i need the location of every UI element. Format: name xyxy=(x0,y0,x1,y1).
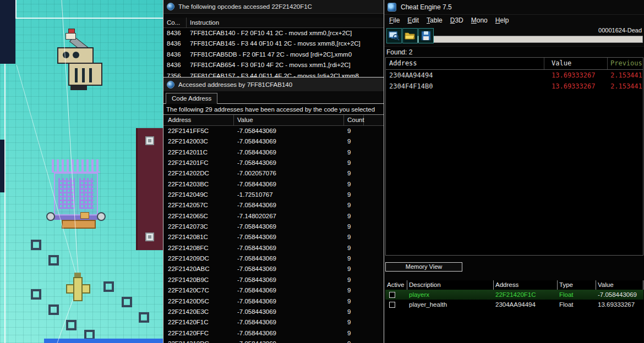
value-cell: -7.058443069 xyxy=(596,291,643,298)
value-cell: -7.058443069 xyxy=(234,243,344,253)
menu-item-table[interactable]: Table xyxy=(423,15,446,25)
menu-bar: FileEditTableD3DMonoHelp xyxy=(384,15,644,26)
save-table-button[interactable] xyxy=(418,28,434,43)
count-cell: 9 xyxy=(344,285,364,296)
open-table-button[interactable] xyxy=(402,28,418,43)
pilot-character xyxy=(66,33,76,40)
machine-slot xyxy=(82,68,85,82)
addresses-col-count[interactable]: Count xyxy=(344,115,364,125)
game-viewport[interactable] xyxy=(0,0,165,343)
table-col-active[interactable]: Active xyxy=(385,280,407,290)
scan-previous-cell: 2.1534411 xyxy=(608,81,643,92)
opcode-row[interactable]: 84367FF81CFAB654 - F3 0F10 4F 2C - movss… xyxy=(163,60,384,70)
menu-item-file[interactable]: File xyxy=(385,15,403,25)
deco-square xyxy=(48,255,59,265)
cheat-table-row[interactable]: playerx22F21420F1CFloat-7.058443069 xyxy=(385,290,643,300)
address-row[interactable]: 22F21420E3C-7.0584430699 xyxy=(163,307,384,317)
address-row[interactable]: 22F214209DC-7.0584430699 xyxy=(163,253,384,264)
address-row[interactable]: 22F21420C7C-7.0584430699 xyxy=(163,285,384,296)
scan-col-address[interactable]: Address xyxy=(386,58,544,69)
opcodes-col-instruction[interactable]: Instruction xyxy=(187,18,384,27)
address-cell: 22F214208FC xyxy=(163,243,234,253)
address-row[interactable]: 22F2142011C-7.0584430699 xyxy=(163,147,384,158)
address-row[interactable]: 22F21420F1C-7.0584430699 xyxy=(163,317,384,328)
opcode-instruction: 7FF81CFAB145 - F3 44 0F10 41 2C - movss … xyxy=(187,38,384,49)
menu-item-mono[interactable]: Mono xyxy=(467,15,492,25)
address-row[interactable]: 22F214210DC-7.0584430699 xyxy=(163,339,384,343)
scan-col-value[interactable]: Value xyxy=(544,58,608,69)
opcode-row[interactable]: 84367FF81CFAB140 - F2 0F10 41 2C - movsd… xyxy=(163,28,384,38)
tab-code-address[interactable]: Code Address xyxy=(166,93,217,104)
address-cell: 22F2141FF5C xyxy=(163,126,234,136)
menu-item-help[interactable]: Help xyxy=(492,15,513,25)
scan-col-previous[interactable]: Previous xyxy=(608,58,643,69)
addresses-col-filler xyxy=(364,115,384,125)
deco-square xyxy=(122,297,132,307)
cross-vertical xyxy=(73,277,83,301)
window-grid xyxy=(58,178,75,209)
cheat-table-row[interactable]: player_health2304AA94494Float13.69333267 xyxy=(385,300,643,309)
menu-item-d3d[interactable]: D3D xyxy=(446,15,467,25)
address-row[interactable]: 22F21420ABC-7.0584430699 xyxy=(163,264,384,274)
table-col-type[interactable]: Type xyxy=(558,280,596,290)
purple-structure-body xyxy=(54,173,98,215)
address-row[interactable]: 22F21420D5C-7.0584430699 xyxy=(163,296,384,307)
address-cell: 22F21420ABC xyxy=(163,264,234,274)
addresses-tabbar: Code Address xyxy=(163,91,384,104)
address-row[interactable]: 22F214203BC-7.0584430699 xyxy=(163,179,384,190)
machine-port-icon xyxy=(73,52,79,58)
opcode-instruction: 7FF81CFAB5DB - F2 0F11 47 2C - movsd [rd… xyxy=(187,49,384,60)
address-row[interactable]: 22F2142081C-7.0584430699 xyxy=(163,232,384,242)
machine-slot xyxy=(75,68,78,82)
menu-item-edit[interactable]: Edit xyxy=(403,15,423,25)
active-cell xyxy=(385,292,407,298)
active-checkbox[interactable] xyxy=(389,302,395,308)
value-cell: -7.002057076 xyxy=(234,168,344,179)
frame-vertical-line xyxy=(4,64,6,343)
purple-structure-roof xyxy=(52,159,100,173)
address-cell: 22F214210DC xyxy=(163,339,234,343)
addresses-titlebar[interactable]: Accessed addresses by 7FF81CFAB140 xyxy=(163,78,384,91)
address-row[interactable]: 22F2142065C-7.1480202679 xyxy=(163,211,384,222)
opcode-rows: 84367FF81CFAB140 - F2 0F10 41 2C - movsd… xyxy=(163,28,384,77)
scan-result-row[interactable]: 2304AA9449413.693332672.1534411 xyxy=(386,70,643,81)
deco-square xyxy=(31,240,41,250)
scan-results-panel: Address Value Previous 2304AA9449413.693… xyxy=(385,57,643,256)
table-col-value[interactable]: Value xyxy=(596,280,643,290)
count-cell: 9 xyxy=(344,328,364,339)
opcodes-col-count[interactable]: Co... xyxy=(163,18,187,27)
address-row[interactable]: 22F21420FFC-7.0584430699 xyxy=(163,328,384,339)
scan-rows: 2304AA9449413.693332672.15344112304F4F14… xyxy=(386,70,643,92)
process-label: 00001624-Dead xyxy=(598,27,642,34)
address-row[interactable]: 22F214201FC-7.0584430699 xyxy=(163,158,384,168)
active-cell xyxy=(385,302,407,308)
address-row[interactable]: 22F214208FC-7.0584430699 xyxy=(163,243,384,253)
address-row[interactable]: 22F2141FF5C-7.0584430699 xyxy=(163,126,384,136)
table-col-description[interactable]: Description xyxy=(407,280,494,290)
table-col-address[interactable]: Address xyxy=(494,280,558,290)
opcode-row[interactable]: 84367FF81CFAB145 - F3 44 0F10 41 2C - mo… xyxy=(163,38,384,49)
cheat-table-header: Active Description Address Type Value xyxy=(385,280,643,290)
address-row[interactable]: 22F214202DC-7.0020570769 xyxy=(163,168,384,179)
player-cross-character xyxy=(66,273,92,301)
address-cell: 22F2142073C xyxy=(163,222,234,232)
count-cell: 9 xyxy=(344,126,364,136)
cheat-engine-titlebar[interactable]: Cheat Engine 7.5 xyxy=(384,0,644,15)
addresses-col-address[interactable]: Address xyxy=(163,115,234,125)
addresses-col-value[interactable]: Value xyxy=(234,115,344,125)
addresses-window-title: Accessed addresses by 7FF81CFAB140 xyxy=(178,81,292,88)
scan-result-row[interactable]: 2304F4F14B013.693332672.1534411 xyxy=(386,81,643,92)
address-row[interactable]: 22F2142057C-7.0584430699 xyxy=(163,200,384,211)
address-row[interactable]: 22F2142003C-7.0584430699 xyxy=(163,136,384,147)
memory-view-button[interactable]: Memory View xyxy=(385,262,462,272)
wheel-icon xyxy=(97,212,106,221)
address-row[interactable]: 22F2142049C-1.725107679 xyxy=(163,190,384,200)
address-row[interactable]: 22F21420B9C-7.0584430699 xyxy=(163,275,384,285)
opcode-row[interactable]: 84367FF81CFAB5DB - F2 0F11 47 2C - movsd… xyxy=(163,49,384,60)
address-row[interactable]: 22F2142073C-7.0584430699 xyxy=(163,222,384,232)
active-checkbox[interactable] xyxy=(389,292,395,298)
opcode-row[interactable]: 73567FF81CFAB157 - F3 44 0F11 4F 2C - mo… xyxy=(163,71,384,77)
opcodes-titlebar[interactable]: The following opcodes accessed 22F21420F… xyxy=(163,0,384,14)
select-process-button[interactable] xyxy=(386,28,402,43)
value-cell: -1.72510767 xyxy=(234,190,344,200)
